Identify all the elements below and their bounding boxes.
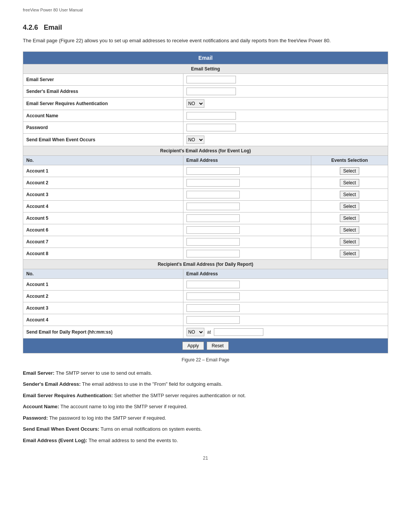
event-account-6-select-cell: Select bbox=[311, 224, 388, 236]
send-event-select[interactable]: NO YES bbox=[186, 136, 204, 144]
sender-email-input[interactable] bbox=[186, 88, 236, 95]
email-server-input[interactable] bbox=[186, 76, 236, 83]
daily-account-1-email-cell bbox=[183, 278, 388, 290]
desc-auth-bold: Email Server Requires Authentication: bbox=[23, 393, 113, 398]
daily-account-4-label: Account 4 bbox=[23, 314, 183, 326]
daily-account-3-label: Account 3 bbox=[23, 302, 183, 314]
col-email-label: Email Address bbox=[183, 155, 311, 165]
event-account-row-7: Account 7 Select bbox=[23, 236, 388, 248]
reset-button[interactable]: Reset bbox=[207, 342, 228, 350]
event-account-3-select-cell: Select bbox=[311, 189, 388, 200]
email-server-label: Email Server bbox=[23, 73, 183, 85]
sender-email-label: Sender's Email Address bbox=[23, 85, 183, 97]
daily-account-2-email-cell bbox=[183, 290, 388, 302]
event-account-4-email-cell bbox=[183, 200, 311, 212]
password-input[interactable] bbox=[186, 124, 236, 131]
event-account-row-3: Account 3 Select bbox=[23, 189, 388, 200]
desc-email-address-text: The email address to send the events to. bbox=[87, 438, 178, 443]
send-event-select-cell: NO YES bbox=[183, 133, 388, 146]
event-account-4-email-input[interactable] bbox=[186, 203, 240, 210]
daily-report-header-row: Recipient's Email Address (for Daily Rep… bbox=[23, 259, 388, 269]
daily-account-2-email-input[interactable] bbox=[186, 292, 240, 300]
send-daily-input-cell: NO YES at bbox=[183, 326, 388, 338]
event-account-7-label: Account 7 bbox=[23, 236, 183, 248]
daily-account-3-email-input[interactable] bbox=[186, 304, 240, 312]
event-account-8-select-button[interactable]: Select bbox=[340, 250, 359, 257]
sender-email-input-cell bbox=[183, 85, 388, 97]
event-account-row-1: Account 1 Select bbox=[23, 165, 388, 177]
event-account-6-select-button[interactable]: Select bbox=[340, 226, 359, 234]
email-table: Email Email Setting Email Server Sender'… bbox=[23, 51, 388, 353]
page-header: freeView Power 80 User Manual bbox=[23, 8, 388, 12]
event-log-col-header-row: No. Email Address Events Selection bbox=[23, 155, 388, 165]
desc-send-event-bold: Send Email When Event Occurs: bbox=[23, 426, 99, 432]
col-no-label: No. bbox=[23, 155, 183, 165]
desc-sender-email-text: The email address to use in the "From" f… bbox=[81, 381, 222, 387]
event-account-6-label: Account 6 bbox=[23, 224, 183, 236]
event-account-1-email-input[interactable] bbox=[186, 167, 240, 175]
event-account-1-label: Account 1 bbox=[23, 165, 183, 177]
send-event-label: Send Email When Event Occurs bbox=[23, 133, 183, 146]
event-account-2-select-cell: Select bbox=[311, 177, 388, 189]
desc-email-server-bold: Email Server: bbox=[23, 370, 54, 376]
description-section: Email Server: The SMTP server to use to … bbox=[23, 369, 388, 444]
event-account-5-label: Account 5 bbox=[23, 212, 183, 224]
daily-account-4-email-input[interactable] bbox=[186, 316, 240, 324]
event-account-5-select-button[interactable]: Select bbox=[340, 214, 359, 222]
section-heading: 4.2.6 Email bbox=[23, 24, 388, 32]
event-account-7-select-button[interactable]: Select bbox=[340, 238, 359, 246]
event-account-8-select-cell: Select bbox=[311, 248, 388, 259]
intro-paragraph: The Email page (Figure 22) allows you to… bbox=[23, 37, 388, 45]
event-account-3-select-button[interactable]: Select bbox=[340, 191, 359, 198]
desc-email-server: Email Server: The SMTP server to use to … bbox=[23, 369, 388, 377]
event-account-row-5: Account 5 Select bbox=[23, 212, 388, 224]
daily-account-row-1: Account 1 bbox=[23, 278, 388, 290]
event-account-7-select-cell: Select bbox=[311, 236, 388, 248]
event-account-2-email-cell bbox=[183, 177, 311, 189]
account-name-label: Account Name bbox=[23, 110, 183, 121]
event-account-2-label: Account 2 bbox=[23, 177, 183, 189]
event-account-row-8: Account 8 Select bbox=[23, 248, 388, 259]
event-account-4-select-button[interactable]: Select bbox=[340, 203, 359, 210]
daily-account-row-4: Account 4 bbox=[23, 314, 388, 326]
email-server-row: Email Server bbox=[23, 73, 388, 85]
daily-report-header-cell: Recipient's Email Address (for Daily Rep… bbox=[23, 259, 388, 269]
event-account-1-email-cell bbox=[183, 165, 311, 177]
daily-col-email-label: Email Address bbox=[183, 269, 388, 278]
event-account-5-email-input[interactable] bbox=[186, 214, 240, 222]
event-account-2-email-input[interactable] bbox=[186, 179, 240, 187]
event-account-2-select-button[interactable]: Select bbox=[340, 179, 359, 187]
desc-password-text: The password to log into the SMTP server… bbox=[48, 415, 166, 421]
daily-account-1-email-input[interactable] bbox=[186, 281, 240, 288]
apply-button[interactable]: Apply bbox=[182, 342, 204, 350]
event-account-6-email-input[interactable] bbox=[186, 226, 240, 234]
account-name-input[interactable] bbox=[186, 112, 236, 120]
table-title-row: Email bbox=[23, 51, 388, 64]
apply-row-cell: Apply Reset bbox=[23, 338, 388, 353]
event-account-7-email-input[interactable] bbox=[186, 238, 240, 246]
header-text: freeView Power 80 User Manual bbox=[23, 8, 83, 12]
desc-auth: Email Server Requires Authentication: Se… bbox=[23, 392, 388, 399]
password-label: Password bbox=[23, 121, 183, 133]
event-account-8-email-input[interactable] bbox=[186, 250, 240, 257]
auth-row: Email Server Requires Authentication NO … bbox=[23, 97, 388, 110]
daily-account-2-label: Account 2 bbox=[23, 290, 183, 302]
desc-password-bold: Password: bbox=[23, 415, 48, 421]
event-account-4-label: Account 4 bbox=[23, 200, 183, 212]
send-daily-select[interactable]: NO YES bbox=[186, 328, 204, 336]
figure-caption: Figure 22 – Email Page bbox=[23, 357, 388, 363]
auth-select[interactable]: NO YES bbox=[186, 99, 204, 108]
event-account-3-email-input[interactable] bbox=[186, 191, 240, 198]
email-setting-header-cell: Email Setting bbox=[23, 64, 388, 73]
desc-account-name-bold: Account Name: bbox=[23, 404, 59, 409]
event-account-1-select-button[interactable]: Select bbox=[340, 167, 359, 175]
event-account-5-email-cell bbox=[183, 212, 311, 224]
event-account-1-select-cell: Select bbox=[311, 165, 388, 177]
event-account-6-email-cell bbox=[183, 224, 311, 236]
send-daily-time-input[interactable] bbox=[214, 328, 263, 336]
password-row: Password bbox=[23, 121, 388, 133]
desc-password: Password: The password to log into the S… bbox=[23, 414, 388, 422]
event-log-header-cell: Recipient's Email Address (for Event Log… bbox=[23, 146, 388, 155]
event-account-8-label: Account 8 bbox=[23, 248, 183, 259]
section-number: 4.2.6 bbox=[23, 24, 38, 31]
